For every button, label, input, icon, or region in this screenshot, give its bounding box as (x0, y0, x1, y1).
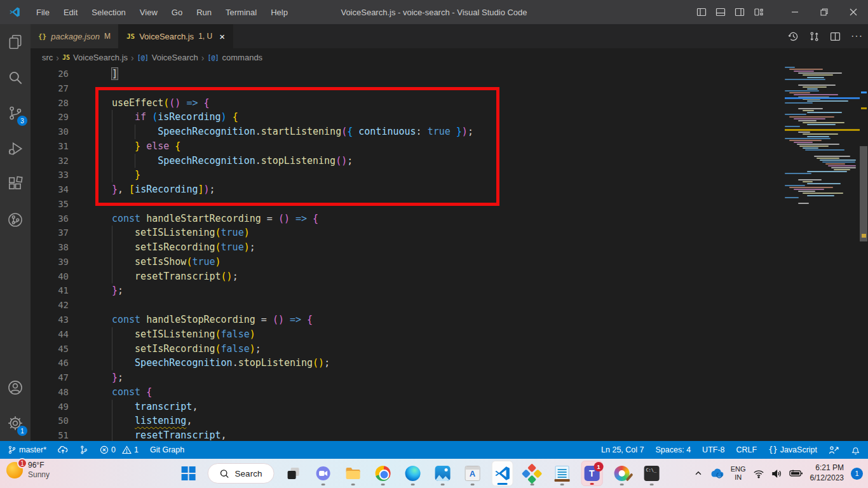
code-line[interactable]: 30SpeechRecognition.startListening({ con… (31, 125, 868, 139)
onedrive-icon[interactable] (710, 468, 724, 478)
language-mode[interactable]: {} JavaScript (767, 441, 818, 459)
breadcrumb-file[interactable]: VoiceSearch.js (73, 53, 128, 62)
wifi-icon[interactable] (753, 469, 764, 478)
code-line[interactable]: 26] (31, 67, 868, 81)
code-line[interactable]: 41}; (31, 283, 868, 298)
chat-icon[interactable] (312, 461, 334, 486)
vscode-logo-icon[interactable] (0, 6, 29, 18)
menu-go[interactable]: Go (165, 8, 189, 17)
code-editor[interactable]: 26]2728useEffect(() => {29if (isRecordin… (31, 67, 868, 441)
vertical-scrollbar[interactable] (860, 146, 867, 241)
notification-center-badge[interactable]: 1 (851, 468, 863, 480)
code-line[interactable]: 43const handleStopRecording = () => { (31, 313, 868, 327)
line-number[interactable]: 40 (31, 269, 69, 284)
line-number[interactable]: 37 (31, 226, 69, 240)
customize-layout-icon[interactable] (754, 7, 764, 17)
toggle-secondary-sidebar-icon[interactable] (735, 7, 745, 17)
weather-widget[interactable]: 1 96°F Sunny (6, 461, 50, 480)
code-line[interactable]: 37setISListening(true) (31, 226, 868, 240)
line-number[interactable]: 41 (31, 283, 69, 298)
source-control-icon[interactable]: 3 (0, 95, 31, 131)
start-button[interactable] (178, 461, 200, 486)
code-line[interactable]: 33} (31, 168, 868, 182)
notes-app-icon[interactable] (551, 461, 573, 486)
encoding-setting[interactable]: UTF-8 (701, 441, 726, 459)
menu-edit[interactable]: Edit (57, 8, 85, 17)
line-number[interactable]: 29 (31, 110, 69, 125)
line-number[interactable]: 33 (31, 168, 69, 182)
line-number[interactable]: 48 (31, 385, 69, 400)
git-graph-status-icon[interactable] (78, 441, 90, 459)
git-graph-button[interactable]: Git Graph (149, 441, 186, 459)
publish-changes-button[interactable] (57, 441, 69, 459)
menu-help[interactable]: Help (264, 8, 295, 17)
minimap[interactable] (785, 67, 860, 334)
menu-terminal[interactable]: Terminal (219, 8, 264, 17)
menu-run[interactable]: Run (189, 8, 219, 17)
code-line[interactable]: 51resetTranscript, (31, 428, 868, 441)
indentation-setting[interactable]: Spaces: 4 (654, 441, 693, 459)
code-line[interactable]: 48const { (31, 385, 868, 400)
vscode-taskbar-icon[interactable] (491, 461, 513, 486)
breadcrumb-symbol[interactable]: commands (222, 53, 263, 62)
code-line[interactable]: 29if (isRecording) { (31, 110, 868, 125)
line-number[interactable]: 45 (31, 342, 69, 356)
code-line[interactable]: 40resetTranscript(); (31, 269, 868, 284)
cursor-position[interactable]: Ln 25, Col 7 (600, 441, 645, 459)
git-graph-view-icon[interactable] (0, 202, 31, 238)
line-number[interactable]: 49 (31, 400, 69, 414)
feedback-icon[interactable] (827, 441, 841, 459)
line-number[interactable]: 44 (31, 327, 69, 342)
line-number[interactable]: 42 (31, 298, 69, 313)
line-number[interactable]: 27 (31, 81, 69, 96)
explorer-icon[interactable] (0, 24, 31, 60)
timeline-history-icon[interactable] (788, 31, 799, 42)
line-number[interactable]: 30 (31, 125, 69, 139)
code-line[interactable]: 46SpeechRecognition.stopListening(); (31, 356, 868, 370)
code-line[interactable]: 32SpeechRecognition.stopListening(); (31, 154, 868, 168)
tab-package-json[interactable]: {} package.json M (31, 24, 119, 48)
line-number[interactable]: 36 (31, 212, 69, 226)
code-line[interactable]: 38setIsRecording(true); (31, 240, 868, 255)
tab-close-icon[interactable]: × (219, 31, 225, 42)
breadcrumb-symbol[interactable]: VoiceSearch (152, 53, 198, 62)
teams-icon[interactable]: T1 (581, 461, 602, 486)
line-number[interactable]: 32 (31, 154, 69, 168)
settings-gear-icon[interactable]: 1 (0, 405, 31, 441)
accounts-icon[interactable] (0, 370, 31, 405)
volume-icon[interactable] (771, 469, 782, 478)
restore-button[interactable] (810, 0, 839, 24)
code-line[interactable]: 27 (31, 81, 868, 96)
edge-icon[interactable] (402, 461, 423, 486)
photos-icon[interactable] (431, 461, 453, 486)
menu-file[interactable]: File (29, 8, 57, 17)
battery-icon[interactable] (789, 469, 803, 478)
open-changes-icon[interactable] (809, 31, 820, 42)
line-number[interactable]: 51 (31, 428, 69, 441)
terminal-app-icon[interactable]: C:\_ (641, 461, 662, 486)
code-line[interactable]: 47}; (31, 370, 868, 385)
line-number[interactable]: 43 (31, 313, 69, 327)
menu-view[interactable]: View (133, 8, 165, 17)
paint-app-icon[interactable] (611, 461, 632, 486)
run-debug-icon[interactable] (0, 131, 31, 166)
line-number[interactable]: 46 (31, 356, 69, 370)
close-window-button[interactable] (839, 0, 868, 24)
hidden-icons-chevron[interactable] (694, 469, 703, 478)
eol-setting[interactable]: CRLF (735, 441, 759, 459)
line-number[interactable]: 31 (31, 139, 69, 154)
minimize-button[interactable] (780, 0, 810, 24)
line-number[interactable]: 34 (31, 182, 69, 197)
problems-indicator[interactable]: 0 1 (98, 441, 140, 459)
line-number[interactable]: 47 (31, 370, 69, 385)
code-line[interactable]: 28useEffect(() => { (31, 96, 868, 111)
code-line[interactable]: 44setISListening(false) (31, 327, 868, 342)
line-number[interactable]: 50 (31, 414, 69, 428)
line-number[interactable]: 28 (31, 96, 69, 111)
code-line[interactable]: 34}, [isRecording]); (31, 182, 868, 197)
language-switcher[interactable]: ENG IN (731, 465, 746, 481)
chrome-icon[interactable] (372, 461, 393, 486)
menu-selection[interactable]: Selection (85, 8, 132, 17)
code-line[interactable]: 42 (31, 298, 868, 313)
taskbar-search[interactable]: Search (208, 463, 275, 484)
